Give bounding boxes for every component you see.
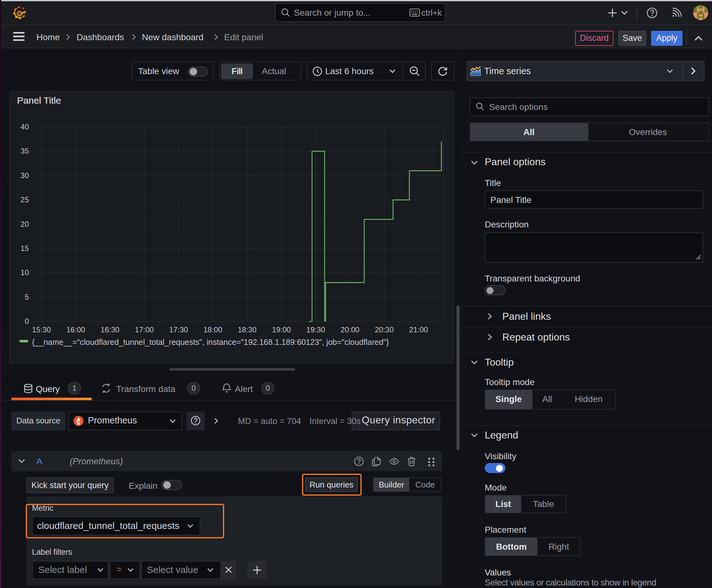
svg-text:20:00: 20:00: [341, 326, 360, 334]
svg-text:35: 35: [20, 147, 29, 155]
svg-text:19:30: 19:30: [306, 326, 325, 334]
svg-text:20: 20: [20, 220, 29, 228]
svg-text:0: 0: [25, 317, 29, 326]
svg-text:15:30: 15:30: [32, 326, 51, 334]
svg-text:16:00: 16:00: [66, 326, 85, 334]
svg-text:17:30: 17:30: [169, 326, 188, 334]
svg-text:18:00: 18:00: [203, 326, 222, 334]
svg-text:21:00: 21:00: [409, 326, 428, 334]
svg-text:16:30: 16:30: [101, 326, 119, 334]
svg-text:5: 5: [25, 293, 29, 301]
svg-text:18:30: 18:30: [238, 326, 257, 334]
svg-text:40: 40: [20, 123, 29, 131]
svg-text:30: 30: [20, 171, 29, 180]
svg-text:20:30: 20:30: [375, 326, 394, 334]
svg-text:15: 15: [20, 244, 29, 253]
svg-text:25: 25: [20, 195, 29, 204]
svg-text:19:00: 19:00: [272, 326, 291, 334]
svg-text:10: 10: [20, 268, 29, 277]
svg-text:17:00: 17:00: [135, 326, 154, 334]
